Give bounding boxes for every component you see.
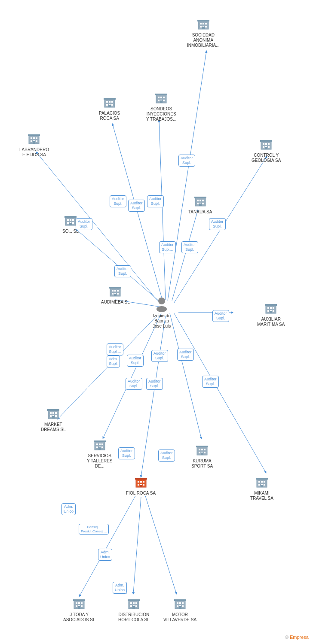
svg-rect-153	[81, 605, 83, 607]
badge-auditor-2[interactable]: AuditorSupl.	[110, 195, 126, 207]
badge-auditor-13[interactable]: AuditorSupl.	[177, 349, 194, 361]
svg-rect-57	[265, 143, 267, 145]
svg-rect-84	[114, 290, 116, 292]
label-jtoda: J TODA YASOCIADOS SL	[63, 612, 95, 623]
svg-rect-108	[55, 415, 57, 417]
label-palacios: PALACIOSROCA SA	[99, 111, 120, 121]
node-auxiliar[interactable]: AUXILIARMARITIMA SA	[257, 301, 285, 327]
badge-auditor-4[interactable]: AuditorSupl.	[147, 195, 164, 207]
node-fiol-roca[interactable]: FIOL ROCA SA	[126, 474, 156, 496]
badge-auditor-5[interactable]: AuditorSupl.	[76, 218, 92, 230]
svg-rect-40	[163, 97, 165, 98]
node-j-toda[interactable]: J TODA YASOCIADOS SL	[63, 596, 95, 623]
svg-rect-124	[199, 452, 200, 453]
badge-auditor-6[interactable]: AuditorSupl.	[209, 218, 226, 230]
svg-rect-102	[47, 409, 59, 411]
svg-point-91	[156, 306, 167, 312]
svg-rect-103	[50, 412, 52, 414]
badge-auditor-8[interactable]: AuditorSupl.	[181, 241, 198, 253]
badge-adm-unico-1[interactable]: Adm.Unico	[61, 503, 76, 515]
node-audimeba[interactable]: AUDIMEBA SL	[101, 283, 130, 305]
node-tanaua[interactable]: TANAUA SA	[188, 193, 212, 215]
svg-line-13	[174, 313, 266, 472]
label-market: MARKETDREAMS SL	[41, 422, 66, 432]
node-sondeos[interactable]: SONDEOSINYECCIONESY TRABAJOS...	[146, 90, 176, 122]
badge-auditor-10[interactable]: AuditorSupl....	[107, 343, 123, 355]
badge-auditor-17[interactable]: AuditorSupl.	[118, 447, 135, 459]
svg-rect-147	[73, 599, 85, 601]
badge-auditor-15[interactable]: AuditorSupl.	[146, 378, 163, 390]
node-distribucion[interactable]: DISTRIBUCIONHORTICOLA SL	[118, 596, 150, 623]
node-control-geo[interactable]: CONTROL YGEOLOGIA SA	[252, 137, 281, 163]
svg-rect-44	[160, 100, 163, 103]
svg-rect-65	[197, 200, 199, 201]
svg-rect-117	[101, 447, 103, 448]
badge-auditor-16[interactable]: AuditorSupl.	[202, 376, 219, 388]
svg-rect-89	[114, 294, 117, 296]
label-control: CONTROL YGEOLOGIA SA	[252, 153, 281, 163]
building-icon-sondeos	[153, 90, 169, 106]
svg-rect-37	[155, 94, 167, 95]
svg-rect-58	[268, 143, 270, 145]
badge-auditor-aux[interactable]: AuditorSupl.	[212, 310, 229, 322]
svg-rect-67	[202, 200, 204, 201]
svg-rect-83	[112, 290, 114, 292]
svg-rect-105	[55, 412, 57, 414]
svg-line-15	[133, 497, 141, 593]
svg-rect-126	[204, 452, 206, 453]
badge-adm-supl-1[interactable]: Adm.Supl.	[107, 355, 120, 368]
building-icon-mikami	[254, 474, 270, 490]
node-palacios-roca[interactable]: PALACIOSROCA SA	[99, 94, 120, 121]
badge-auditor-9[interactable]: AuditorSupl.	[114, 265, 131, 277]
svg-rect-48	[33, 137, 35, 139]
building-icon-audimeba	[107, 283, 123, 299]
svg-rect-129	[135, 478, 147, 480]
svg-rect-39	[160, 97, 162, 98]
svg-rect-52	[36, 140, 37, 142]
node-kuruma[interactable]: KURUMASPORT SA	[191, 442, 213, 469]
svg-rect-112	[96, 444, 98, 445]
badge-auditor-3[interactable]: AuditorSupl.	[128, 200, 145, 212]
badge-auditor-18[interactable]: AuditorSupl.	[158, 450, 175, 462]
label-audimeba: AUDIMEBA SL	[101, 300, 130, 305]
building-icon-servicios	[92, 437, 107, 453]
svg-rect-50	[31, 140, 32, 142]
svg-rect-97	[267, 310, 269, 312]
label-auxiliar: AUXILIARMARITIMA SA	[257, 317, 285, 327]
svg-rect-23	[200, 26, 202, 27]
svg-rect-154	[78, 606, 80, 609]
building-icon-tanaua	[193, 193, 208, 209]
node-market-dreams[interactable]: MARKETDREAMS SL	[41, 406, 66, 432]
node-labrandero[interactable]: LABRANDEROE HIJOS SA	[19, 131, 49, 158]
badge-consej[interactable]: Consej...Presid..Consej....	[79, 524, 109, 535]
badge-auditor-11[interactable]: AuditorSupl.	[127, 355, 144, 367]
badge-adm-unico-3[interactable]: Adm.Unico	[113, 582, 127, 594]
svg-rect-80	[69, 223, 72, 225]
svg-rect-131	[140, 481, 142, 483]
badge-auditor-14[interactable]: AuditorSupl.	[126, 378, 142, 390]
svg-rect-111	[94, 440, 106, 442]
svg-rect-113	[99, 444, 101, 445]
badge-auditor-12[interactable]: AuditorSupl.	[151, 350, 168, 362]
badge-auditor-7[interactable]: AuditorSup....	[159, 241, 176, 253]
svg-rect-171	[182, 605, 184, 607]
node-sociedad-anonima[interactable]: SOCIEDADANONIMAINMOBILIARIA...	[187, 16, 220, 48]
building-icon-distribucion	[126, 596, 141, 611]
node-izquierdo[interactable]: IzquierdoBaonzaJose Luis	[153, 295, 171, 329]
badge-auditor-1[interactable]: AuditorSupl.	[178, 155, 195, 167]
graph-container: SOCIEDADANONIMAINMOBILIARIA... PALACIOSR…	[0, 0, 313, 644]
node-servicios[interactable]: SERVICIOSY TALLERESDE...	[87, 437, 112, 469]
svg-rect-55	[260, 140, 272, 142]
svg-rect-85	[117, 290, 119, 292]
building-icon-jtoda	[71, 596, 87, 611]
svg-rect-95	[270, 307, 272, 309]
svg-rect-77	[67, 222, 69, 224]
svg-rect-76	[72, 219, 74, 221]
svg-rect-70	[202, 203, 204, 204]
badge-adm-unico-2[interactable]: Adm.Unico	[98, 549, 112, 561]
svg-rect-135	[143, 484, 144, 486]
node-mikami-travel[interactable]: MIKAMITRAVEL SA	[250, 474, 273, 501]
svg-rect-46	[28, 134, 40, 136]
svg-rect-149	[78, 602, 80, 604]
node-motor-villaverde[interactable]: MOTORVILLAVERDE SA	[163, 596, 196, 623]
